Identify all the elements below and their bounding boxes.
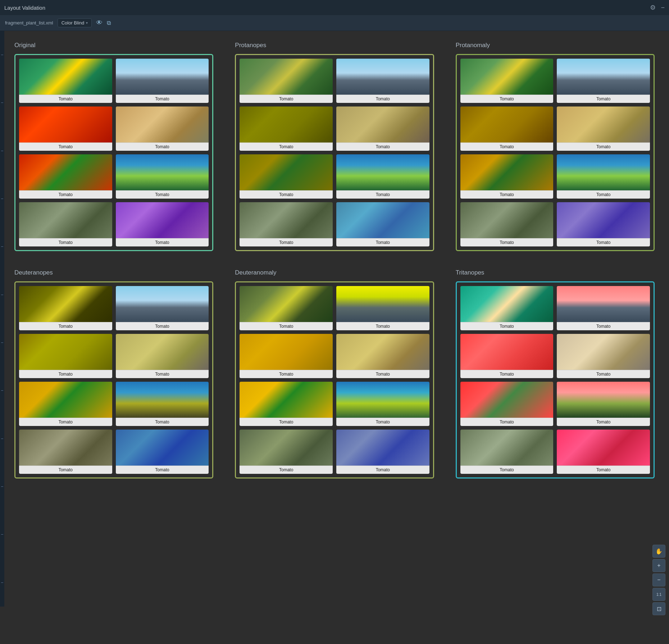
card-image (336, 106, 429, 142)
card: Tomato (19, 382, 112, 426)
card-label: Tomato (116, 238, 209, 246)
card-label: Tomato (336, 142, 429, 151)
card: Tomato (336, 286, 429, 330)
minimize-icon[interactable]: − (661, 4, 665, 12)
panel-original: OriginalTomatoTomatoTomatoTomatoTomatoTo… (14, 42, 213, 251)
panel-title-protanopes: Protanopes (235, 42, 434, 49)
card-image (557, 202, 650, 238)
zoom-in-button[interactable]: + (652, 559, 665, 572)
main-content: OriginalTomatoTomatoTomatoTomatoTomatoTo… (0, 31, 669, 489)
card-image (240, 382, 333, 418)
card: Tomato (19, 202, 112, 246)
card: Tomato (460, 334, 554, 378)
panel-grid-protanomaly: TomatoTomatoTomatoTomatoTomatoTomatoToma… (456, 54, 655, 251)
eye-icon[interactable]: 👁 (96, 19, 103, 27)
card-label: Tomato (240, 466, 333, 474)
card-label: Tomato (557, 370, 650, 378)
right-tools: ✋ + − 1:1 ⊡ (652, 545, 665, 615)
card: Tomato (336, 382, 429, 426)
card-image (116, 154, 209, 190)
card-label: Tomato (240, 322, 333, 330)
fit-screen-button[interactable]: ⊡ (652, 602, 665, 615)
card-image (336, 286, 429, 322)
card: Tomato (116, 106, 209, 151)
card: Tomato (240, 430, 333, 474)
card: Tomato (460, 430, 554, 474)
card-label: Tomato (19, 466, 112, 474)
settings-icon[interactable]: ⚙ (650, 4, 656, 12)
card: Tomato (240, 286, 333, 330)
card-image (116, 334, 209, 370)
card-label: Tomato (19, 142, 112, 151)
card-label: Tomato (240, 190, 333, 199)
card-image (336, 382, 429, 418)
card-image (336, 154, 429, 190)
card-label: Tomato (240, 370, 333, 378)
panel-grid-deuteranomaly: TomatoTomatoTomatoTomatoTomatoTomatoToma… (235, 281, 434, 479)
card-image (19, 286, 112, 322)
ruler-tick (1, 486, 3, 487)
card-label: Tomato (116, 466, 209, 474)
hand-tool-button[interactable]: ✋ (652, 545, 665, 558)
toolbar: fragment_plant_list.xml Color Blind ▾ 👁 … (0, 15, 669, 31)
color-blind-dropdown[interactable]: Color Blind ▾ (58, 18, 92, 27)
card: Tomato (460, 154, 554, 199)
panel-grid-deuteranopes: TomatoTomatoTomatoTomatoTomatoTomatoToma… (14, 281, 213, 479)
card: Tomato (336, 334, 429, 378)
card-label: Tomato (19, 322, 112, 330)
card-image (557, 430, 650, 466)
card-image (336, 334, 429, 370)
ruler-tick (1, 534, 3, 535)
card-label: Tomato (240, 142, 333, 151)
card-image (336, 202, 429, 238)
card: Tomato (460, 202, 554, 246)
card-image (460, 154, 554, 190)
card-image (460, 106, 554, 142)
ruler-tick (1, 439, 3, 439)
zoom-out-button[interactable]: − (652, 573, 665, 586)
card: Tomato (557, 202, 650, 246)
card-image (557, 106, 650, 142)
card: Tomato (240, 382, 333, 426)
card-label: Tomato (460, 190, 554, 199)
dropdown-label: Color Blind (62, 20, 85, 26)
card: Tomato (240, 334, 333, 378)
card: Tomato (19, 59, 112, 103)
card-label: Tomato (557, 418, 650, 426)
card-label: Tomato (336, 466, 429, 474)
card-image (460, 59, 554, 95)
panel-title-original: Original (14, 42, 213, 49)
copy-icon[interactable]: ⧉ (107, 20, 111, 26)
left-ruler (0, 31, 4, 607)
card-image (557, 334, 650, 370)
card: Tomato (460, 59, 554, 103)
card: Tomato (19, 334, 112, 378)
card-image (557, 382, 650, 418)
ruler-tick (1, 55, 3, 55)
card-label: Tomato (557, 95, 650, 103)
card: Tomato (116, 154, 209, 199)
card-image (116, 59, 209, 95)
panel-title-protanomaly: Protanomaly (456, 42, 655, 49)
title-bar: Layout Validation ⚙ − (0, 0, 669, 15)
card-image (336, 59, 429, 95)
card: Tomato (336, 202, 429, 246)
title-bar-left: Layout Validation (4, 5, 45, 11)
card-label: Tomato (336, 238, 429, 246)
app-title: Layout Validation (4, 5, 45, 11)
card-image (240, 202, 333, 238)
card: Tomato (460, 106, 554, 151)
card-image (116, 382, 209, 418)
card-label: Tomato (460, 466, 554, 474)
card-label: Tomato (336, 418, 429, 426)
ruler-tick (1, 295, 3, 295)
card-label: Tomato (557, 466, 650, 474)
ruler-tick (1, 343, 3, 343)
ruler-tick (1, 103, 3, 103)
card-label: Tomato (19, 190, 112, 199)
card: Tomato (336, 106, 429, 151)
card: Tomato (19, 286, 112, 330)
card-image (19, 334, 112, 370)
card-label: Tomato (240, 238, 333, 246)
actual-size-button[interactable]: 1:1 (652, 588, 665, 601)
